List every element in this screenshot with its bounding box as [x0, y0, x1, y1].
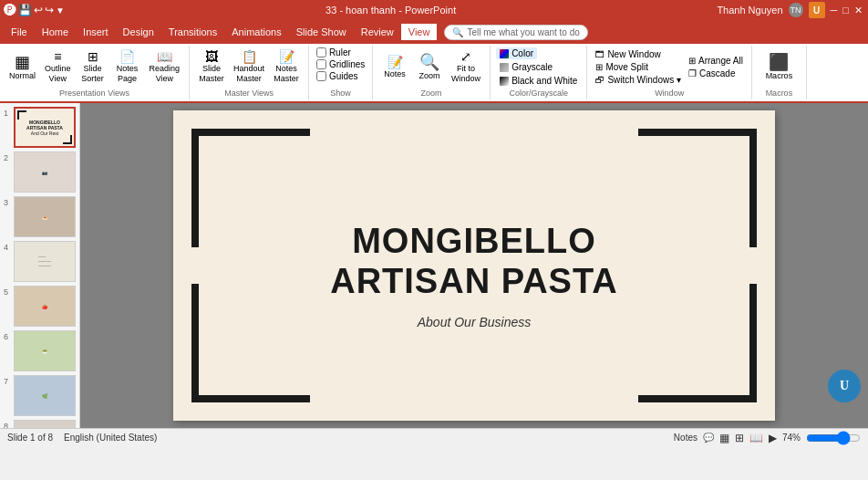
menu-file[interactable]: File	[4, 24, 35, 40]
slide-title[interactable]: MONGIBELLOARTISAN PASTA	[330, 222, 618, 301]
bw-icon	[500, 77, 509, 86]
bracket-top-left	[191, 129, 310, 247]
ribbon-group-window: 🗔 New Window ⊞ Move Split 🗗 Switch Windo…	[587, 46, 752, 99]
zoom-level: 74%	[782, 433, 801, 443]
slide-preview-7[interactable]: 🌿	[14, 375, 76, 416]
main-area: 1 MONGIBELLOARTISAN PASTAAnd Our Rest 2 …	[0, 103, 868, 428]
redo-btn[interactable]: ↪	[45, 4, 54, 16]
normal-view-status-btn[interactable]: ▦	[719, 432, 729, 444]
handout-master-btn[interactable]: 📋 HandoutMaster	[230, 47, 268, 87]
color-icon	[500, 49, 509, 58]
notes-zoom-btn[interactable]: 📝 Notes	[378, 53, 411, 82]
slide-master-icon: 🖼	[205, 50, 218, 63]
slide-preview-6[interactable]: 🥗	[14, 330, 76, 371]
slide-master-btn[interactable]: 🖼 SlideMaster	[195, 47, 228, 87]
reading-view-status-btn[interactable]: 📖	[749, 432, 763, 444]
slide-sorter-status-btn[interactable]: ⊞	[735, 432, 744, 444]
slide-subtitle[interactable]: About Our Business	[173, 315, 775, 329]
menu-view[interactable]: View	[401, 24, 438, 40]
app-icon: 🅟	[4, 3, 16, 17]
slide-canvas[interactable]: MONGIBELLOARTISAN PASTA About Our Busine…	[173, 110, 775, 421]
menu-transitions[interactable]: Transitions	[161, 24, 224, 40]
slide-thumb-6[interactable]: 6 🥗	[4, 330, 76, 371]
switch-windows-btn[interactable]: 🗗 Switch Windows ▾	[593, 74, 684, 86]
minimize-btn[interactable]: ─	[831, 5, 838, 16]
quick-access-toolbar[interactable]: 🅟 💾 ↩ ↪ ▼	[0, 3, 65, 17]
cascade-btn[interactable]: ❐ Cascade	[686, 68, 746, 79]
arrange-all-btn[interactable]: ⊞ Arrange All	[686, 55, 746, 67]
close-btn[interactable]: ✕	[854, 5, 863, 16]
slide-preview-5[interactable]: 🍅	[14, 286, 76, 327]
window-controls[interactable]: Thanh Nguyen TN U ─ □ ✕	[717, 2, 868, 18]
notes-master-btn[interactable]: 📝 NotesMaster	[270, 47, 303, 87]
customize-btn[interactable]: ▼	[56, 5, 65, 16]
color-btn[interactable]: Color	[496, 47, 537, 59]
ribbon-group-show: Ruler Gridlines Guides Show	[309, 46, 373, 99]
ribbon-group-zoom: 📝 Notes 🔍 Zoom ⤢ Fit toWindow Zoom	[373, 46, 491, 99]
user-avatar: TN	[789, 3, 803, 17]
zoom-slider[interactable]	[806, 433, 861, 443]
notes-btn[interactable]: Notes	[674, 433, 698, 443]
zoom-btn[interactable]: 🔍 Zoom	[413, 51, 446, 84]
status-bar: Slide 1 of 8 English (United States) Not…	[0, 428, 868, 446]
move-split-icon: ⊞	[595, 62, 603, 72]
slide-thumb-5[interactable]: 5 🍅	[4, 286, 76, 327]
bracket-bottom-right	[638, 284, 757, 402]
presentation-views-label: Presentation Views	[59, 87, 129, 98]
grayscale-btn[interactable]: Grayscale	[496, 61, 556, 73]
slide-thumb-1[interactable]: 1 MONGIBELLOARTISAN PASTAAnd Our Rest	[4, 107, 76, 148]
guides-checkbox[interactable]: Guides	[316, 71, 358, 81]
slide-thumb-2[interactable]: 2 📷	[4, 151, 76, 193]
macros-icon: ⬛	[769, 54, 789, 70]
ribbon: ▦ Normal ≡ OutlineView ⊞ SlideSorter 📄 N…	[0, 44, 868, 103]
new-window-icon: 🗔	[595, 49, 604, 59]
bracket-top-right	[638, 129, 757, 247]
save-btn[interactable]: 💾	[18, 4, 32, 16]
slide-preview-4[interactable]: ─────────────	[14, 241, 76, 282]
macros-label: Macros	[766, 87, 793, 98]
new-window-btn[interactable]: 🗔 New Window	[593, 48, 684, 60]
maximize-btn[interactable]: □	[842, 5, 849, 16]
outline-view-btn[interactable]: ≡ OutlineView	[41, 47, 75, 87]
menu-insert[interactable]: Insert	[76, 24, 116, 40]
presentation-mode-btn[interactable]: ▶	[769, 432, 777, 444]
slide-preview-3[interactable]: 🍝	[14, 196, 76, 237]
notes-page-icon: 📄	[119, 50, 135, 63]
menu-animations[interactable]: Animations	[224, 24, 288, 40]
ribbon-group-macros: ⬛ Macros Macros	[752, 46, 807, 99]
unica-logo[interactable]: U	[828, 370, 861, 402]
reading-view-btn[interactable]: 📖 ReadingView	[146, 47, 184, 87]
slide-preview-8[interactable]: ─────────────	[14, 420, 76, 428]
slide-thumb-3[interactable]: 3 🍝	[4, 196, 76, 237]
slide-preview-1[interactable]: MONGIBELLOARTISAN PASTAAnd Our Rest	[14, 107, 76, 148]
comment-icon[interactable]: 💬	[703, 433, 714, 443]
menu-review[interactable]: Review	[354, 24, 401, 40]
ruler-checkbox[interactable]: Ruler	[316, 47, 351, 57]
ribbon-group-master-views: 🖼 SlideMaster 📋 HandoutMaster 📝 NotesMas…	[190, 46, 309, 99]
move-split-btn[interactable]: ⊞ Move Split	[593, 61, 684, 73]
slide-thumb-8[interactable]: 8 ─────────────	[4, 420, 76, 428]
normal-view-btn[interactable]: ▦ Normal	[5, 51, 39, 84]
zoom-label: Zoom	[421, 87, 442, 98]
fit-to-window-btn[interactable]: ⤢ Fit toWindow	[448, 47, 484, 87]
undo-btn[interactable]: ↩	[34, 4, 43, 16]
master-views-label: Master Views	[224, 87, 274, 98]
menu-home[interactable]: Home	[35, 24, 76, 40]
tell-me-box[interactable]: 🔍 Tell me what you want to do	[444, 25, 587, 40]
menu-slideshow[interactable]: Slide Show	[289, 24, 354, 40]
zoom-icon: 🔍	[419, 54, 439, 70]
slide-thumb-7[interactable]: 7 🌿	[4, 375, 76, 416]
macros-btn[interactable]: ⬛ Macros	[762, 51, 797, 84]
slide-panel: 1 MONGIBELLOARTISAN PASTAAnd Our Rest 2 …	[0, 103, 80, 428]
notes-page-btn[interactable]: 📄 NotesPage	[111, 47, 144, 87]
window-label: Window	[655, 87, 684, 98]
gridlines-checkbox[interactable]: Gridlines	[316, 59, 365, 69]
cascade-icon: ❐	[688, 68, 697, 78]
menu-design[interactable]: Design	[116, 24, 161, 40]
slide-sorter-btn[interactable]: ⊞ SlideSorter	[77, 47, 109, 87]
black-white-btn[interactable]: Black and White	[496, 75, 581, 87]
slide-preview-2[interactable]: 📷	[14, 151, 76, 193]
fit-to-window-icon: ⤢	[460, 50, 471, 63]
window-title: 33 - hoan thanh - PowerPoint	[326, 5, 456, 16]
slide-thumb-4[interactable]: 4 ─────────────	[4, 241, 76, 282]
